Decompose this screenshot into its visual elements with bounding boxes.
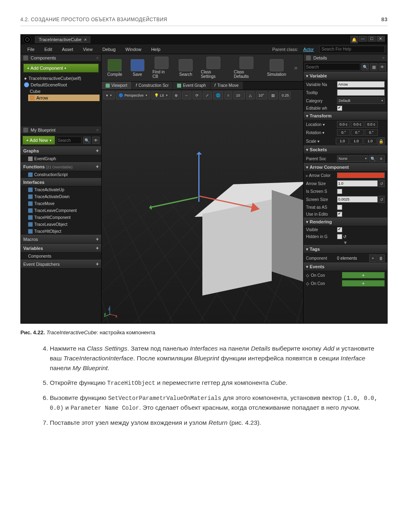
- lit-button[interactable]: 💡 Lit: [151, 91, 171, 99]
- functions-section[interactable]: Functions (21 Overridable)+: [21, 162, 101, 171]
- treat-as-sprite-checkbox[interactable]: [337, 205, 342, 210]
- viewport-menu-button[interactable]: ▾: [103, 91, 115, 99]
- tooltip-input[interactable]: [337, 89, 385, 96]
- rotation-y[interactable]: 0.°: [351, 129, 364, 136]
- visible-checkbox[interactable]: [337, 227, 342, 232]
- minimize-button[interactable]: —: [359, 36, 367, 42]
- asset-tab[interactable]: TraceInteractiveCube ×: [35, 36, 91, 43]
- parent-class-link[interactable]: Actor: [303, 47, 314, 52]
- angle-snap-value[interactable]: 10°: [256, 91, 267, 99]
- constructionscript-item[interactable]: ConstructionScript: [21, 171, 101, 178]
- search-icon[interactable]: 🔍: [369, 155, 377, 162]
- transform-category[interactable]: ▾ Transform: [304, 112, 387, 120]
- find-in-cb-button[interactable]: Find in CB: [149, 56, 174, 79]
- rotate-gizmo-button[interactable]: ⟳: [193, 91, 202, 99]
- editable-checkbox[interactable]: [337, 106, 342, 111]
- hidden-in-game-checkbox[interactable]: [337, 234, 342, 239]
- menu-edit[interactable]: Edit: [40, 46, 56, 53]
- close-button[interactable]: ✕: [377, 36, 385, 42]
- menu-debug[interactable]: Debug: [98, 46, 120, 53]
- arrow-size-input[interactable]: [337, 180, 378, 187]
- rotation-z[interactable]: 0.°: [365, 129, 378, 136]
- arrow-component-category[interactable]: ▾ Arrow Component: [304, 163, 387, 172]
- tree-item-sceneroot[interactable]: DefaultSceneRoot: [22, 82, 100, 88]
- reset-icon[interactable]: ↺: [379, 196, 385, 203]
- angle-snap-button[interactable]: △: [246, 91, 255, 99]
- components-panel-tab[interactable]: Components×: [21, 54, 101, 62]
- coord-button[interactable]: 🌐: [213, 91, 223, 99]
- rendering-category[interactable]: ▾ Rendering: [304, 218, 387, 226]
- sockets-category[interactable]: ▾ Sockets: [304, 146, 387, 154]
- add-tag-icon[interactable]: +: [369, 254, 377, 262]
- interface-item[interactable]: TraceMove: [21, 200, 101, 207]
- interfaces-section[interactable]: Interfaces: [21, 178, 101, 186]
- variable-category[interactable]: ▾ Variable: [304, 72, 387, 80]
- variable-name-input[interactable]: [337, 81, 385, 88]
- viewport-3d[interactable]: ▾ 🔵 Perspective 💡 Lit ⊕ ↔ ⟳ ⤢ 🌐 ⌗ 10 △ 1…: [102, 90, 303, 323]
- graphs-section[interactable]: Graphs+: [21, 146, 101, 155]
- is-screen-size-checkbox[interactable]: [337, 189, 342, 194]
- simulation-button[interactable]: Simulation: [264, 58, 290, 77]
- myblueprint-panel-tab[interactable]: My Blueprint×: [21, 126, 101, 134]
- search-icon[interactable]: 🔍: [83, 137, 91, 144]
- menu-help[interactable]: Help: [147, 46, 164, 53]
- eye-icon[interactable]: 👁: [379, 63, 386, 71]
- category-select[interactable]: Default: [337, 97, 385, 104]
- eye-icon[interactable]: 👁: [92, 137, 100, 144]
- components-var-item[interactable]: Components: [21, 253, 101, 260]
- menu-file[interactable]: File: [23, 46, 39, 53]
- clear-icon[interactable]: ✕: [377, 155, 385, 162]
- variables-section[interactable]: Variables+: [21, 244, 101, 253]
- class-settings-button[interactable]: Class Settings: [197, 56, 229, 79]
- interface-item[interactable]: TraceHitComponent: [21, 214, 101, 221]
- add-component-button[interactable]: + Add Component: [23, 64, 99, 73]
- scale-z[interactable]: 1.0: [364, 138, 377, 144]
- interface-item[interactable]: TraceLeaveObject: [21, 221, 101, 228]
- interface-item[interactable]: TraceActivateDown: [21, 193, 101, 200]
- tree-item-self[interactable]: ●TraceInteractiveCube(self): [22, 75, 100, 82]
- details-search[interactable]: [305, 63, 360, 71]
- perspective-button[interactable]: 🔵 Perspective: [116, 91, 150, 99]
- search-button[interactable]: Search: [175, 58, 196, 77]
- scale-x[interactable]: 1.0: [336, 138, 349, 144]
- location-z[interactable]: 0.0 c: [365, 121, 378, 128]
- toolbar-more-button[interactable]: »: [291, 64, 301, 72]
- arrow-color-swatch[interactable]: [337, 172, 385, 178]
- interface-item[interactable]: TraceHitObject: [21, 228, 101, 235]
- search-help-input[interactable]: [319, 46, 385, 53]
- add-event-button[interactable]: +: [342, 280, 385, 287]
- add-new-button[interactable]: + Add New: [22, 136, 55, 145]
- clear-tags-icon[interactable]: 🗑: [377, 254, 385, 262]
- use-in-editor-checkbox[interactable]: [337, 212, 342, 217]
- events-category[interactable]: ▾ Events: [304, 263, 387, 271]
- parent-socket-select[interactable]: None: [337, 155, 368, 162]
- location-y[interactable]: 0.0 c: [351, 121, 364, 128]
- scale-snap-button[interactable]: ▨: [268, 91, 278, 99]
- tree-item-cube[interactable]: Cube: [28, 88, 100, 95]
- search-icon[interactable]: 🔍: [361, 63, 369, 71]
- scale-gizmo-button[interactable]: ⤢: [203, 91, 212, 99]
- lock-icon[interactable]: 🔒: [377, 137, 385, 145]
- rotation-x[interactable]: 0.°: [337, 129, 350, 136]
- tab-tracemove[interactable]: fTrace Move: [211, 82, 243, 89]
- dispatchers-section[interactable]: Event Dispatchers+: [21, 260, 101, 269]
- details-panel-tab[interactable]: Details×: [304, 54, 387, 62]
- translate-gizmo-button[interactable]: ↔: [182, 91, 191, 99]
- scale-snap-value[interactable]: 0.25: [279, 91, 290, 99]
- scale-y[interactable]: 1.0: [350, 138, 363, 144]
- tab-eventgraph[interactable]: Event Graph: [173, 82, 210, 89]
- class-defaults-button[interactable]: Class Defaults: [231, 56, 262, 79]
- maximize-button[interactable]: ☐: [368, 36, 376, 42]
- screen-size-input[interactable]: [337, 196, 378, 203]
- menu-asset[interactable]: Asset: [58, 46, 78, 53]
- reset-icon[interactable]: ↺: [343, 234, 346, 239]
- save-button[interactable]: Save: [127, 58, 148, 77]
- menu-view[interactable]: View: [79, 46, 97, 53]
- myblueprint-search[interactable]: [57, 137, 82, 144]
- tab-construction[interactable]: fConstruction Scr: [132, 82, 173, 89]
- interface-item[interactable]: TraceActivateUp: [21, 186, 101, 193]
- compile-button[interactable]: Compile: [104, 58, 126, 77]
- tab-viewport[interactable]: Viewport: [102, 82, 131, 89]
- tree-item-arrow[interactable]: Arrow: [28, 95, 100, 101]
- tags-category[interactable]: ▾ Tags: [304, 245, 387, 254]
